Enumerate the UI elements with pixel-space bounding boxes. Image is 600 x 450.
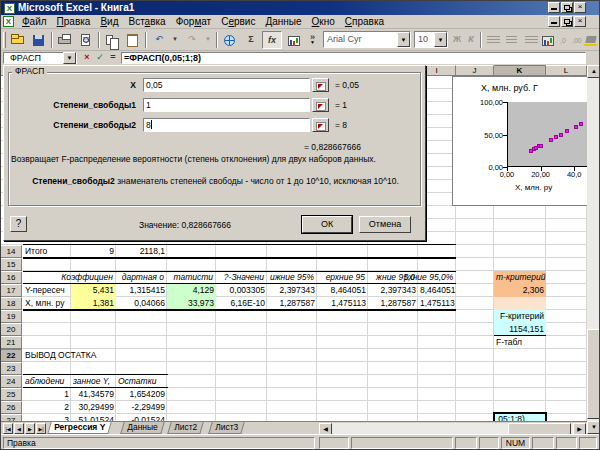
font-size-dropdown-icon[interactable]: ▼: [434, 32, 447, 47]
row-header-25[interactable]: 25: [1, 388, 22, 401]
cell-A27[interactable]: 3: [23, 414, 71, 421]
df1-field-input[interactable]: 1: [143, 98, 310, 112]
italic-icon[interactable]: К: [465, 31, 477, 49]
chart-wizard-icon[interactable]: [284, 31, 304, 49]
undo-icon[interactable]: ↶: [149, 31, 169, 49]
paste-icon[interactable]: [123, 31, 143, 49]
sheet-tab-Регрессия Y[interactable]: Регрессия Y: [47, 422, 112, 434]
menu-Файл[interactable]: Файл: [17, 15, 52, 28]
column-header-L[interactable]: L: [546, 65, 587, 75]
menu-Вставка[interactable]: Вставка: [123, 15, 170, 28]
align-center-icon[interactable]: [502, 31, 522, 49]
decrease-decimal-icon[interactable]: ,00: [570, 31, 582, 49]
cell-E17[interactable]: 0,003305: [216, 284, 267, 297]
row-header-27[interactable]: 27: [1, 414, 22, 421]
cell-A22[interactable]: ВЫВОД ОСТАТКА: [23, 349, 71, 362]
cell-A26[interactable]: 2: [23, 401, 71, 414]
restore-button[interactable]: [561, 2, 573, 13]
align-left-icon[interactable]: [484, 31, 504, 49]
open-icon[interactable]: [8, 31, 28, 49]
cell-D17[interactable]: 4,129: [167, 284, 216, 297]
cell-K16[interactable]: т-критерий: [494, 271, 546, 284]
edit-formula-icon[interactable]: =: [107, 52, 119, 64]
menu-Окно[interactable]: Окно: [307, 15, 340, 28]
cancel-entry-icon[interactable]: ×: [81, 52, 93, 64]
sheet-tab-Лист3[interactable]: Лист3: [208, 422, 245, 434]
increase-decimal-icon[interactable]: ,0: [558, 31, 570, 49]
menu-Вид[interactable]: Вид: [95, 15, 123, 28]
row-header-18[interactable]: 18: [1, 297, 22, 310]
save-icon[interactable]: [29, 31, 49, 49]
df2-range-picker-icon[interactable]: [312, 118, 329, 132]
merge-center-icon[interactable]: [538, 31, 558, 49]
row-header-20[interactable]: 20: [1, 323, 22, 336]
redo-icon[interactable]: ↷: [182, 31, 202, 49]
active-cell-edit[interactable]: ,05;1;8): [493, 412, 547, 421]
paste-function-icon[interactable]: fx: [262, 31, 282, 49]
redo-dropdown-icon[interactable]: ▼: [202, 31, 214, 49]
function-arguments-dialog[interactable]: ФРАСП X 0,05 = 0,05 Степени_свободы1 1 =…: [3, 65, 426, 241]
insert-hyperlink-icon[interactable]: [220, 31, 240, 49]
workbook-close-button[interactable]: ×: [574, 16, 586, 27]
print-preview-icon[interactable]: [76, 31, 96, 49]
ok-button[interactable]: ОК: [302, 216, 352, 233]
cell-K21[interactable]: F-табл: [494, 336, 546, 349]
prev-sheet-icon[interactable]: ◀: [14, 423, 24, 434]
menu-Данные[interactable]: Данные: [260, 15, 306, 28]
df1-range-picker-icon[interactable]: [312, 98, 329, 112]
formula-input[interactable]: =ФРАСП(0,05;1;8): [121, 52, 586, 64]
row-header-24[interactable]: 24: [1, 375, 22, 388]
row-header-14[interactable]: 14: [1, 245, 22, 258]
cell-A25[interactable]: 1: [23, 388, 71, 401]
last-sheet-icon[interactable]: ▶|: [36, 423, 46, 434]
menu-Правка[interactable]: Правка: [52, 15, 96, 28]
vertical-scroll-thumb[interactable]: [587, 329, 600, 419]
cell-K17[interactable]: 2,306: [494, 284, 546, 297]
row-header-17[interactable]: 17: [1, 284, 22, 297]
scroll-down-icon[interactable]: ▼: [587, 421, 600, 434]
cell-C27[interactable]: -0,01524: [116, 414, 167, 421]
name-box-dropdown-icon[interactable]: ▼: [63, 52, 76, 64]
cell-C25[interactable]: 1,654209: [116, 388, 167, 401]
cell-A17[interactable]: Y-пересеч: [23, 284, 71, 297]
scatter-chart[interactable]: Х, млн. руб. Г Y, млн. руб 0,0050,00100,…: [452, 76, 587, 206]
first-sheet-icon[interactable]: |◀: [3, 423, 13, 434]
column-header-K[interactable]: K: [494, 65, 546, 75]
font-name-dropdown-icon[interactable]: ▼: [397, 32, 410, 47]
row-header-23[interactable]: 23: [1, 362, 22, 375]
x-field-input[interactable]: 0,05: [143, 78, 310, 92]
row-header-26[interactable]: 26: [1, 401, 22, 414]
font-size-combo[interactable]: 10▼: [414, 31, 448, 48]
toolbar-grip[interactable]: [3, 32, 6, 48]
menu-Формат[interactable]: Формат: [171, 15, 217, 28]
print-icon[interactable]: [55, 31, 75, 49]
title-bar[interactable]: X Microsoft Excel - Книга1 ×: [1, 1, 599, 15]
next-sheet-icon[interactable]: ▶: [25, 423, 35, 434]
row-header-16[interactable]: 16: [1, 271, 22, 284]
row-header-22[interactable]: 22: [1, 349, 22, 362]
x-range-picker-icon[interactable]: [312, 78, 329, 92]
workbook-restore-button[interactable]: [561, 16, 573, 27]
fill-color-icon[interactable]: [583, 31, 595, 49]
cancel-button[interactable]: Отмена: [359, 216, 411, 233]
menu-Сервис[interactable]: Сервис: [216, 15, 260, 28]
row-header-19[interactable]: 19: [1, 310, 22, 323]
cell-B17[interactable]: 5,431: [71, 284, 116, 297]
cell-F17[interactable]: 2,397343: [267, 284, 317, 297]
cell-I17[interactable]: 8,464051: [418, 284, 456, 297]
cell-B25[interactable]: 41,34579: [71, 388, 116, 401]
copy-icon[interactable]: [102, 31, 122, 49]
row-header-15[interactable]: 15: [1, 258, 22, 271]
df2-field-input[interactable]: 8: [143, 118, 310, 132]
excel-app-icon[interactable]: X: [4, 3, 15, 14]
close-button[interactable]: ×: [574, 2, 586, 13]
cell-K18[interactable]: [494, 297, 546, 310]
sheet-tab-Лист2[interactable]: Лист2: [167, 422, 204, 434]
sheet-tab-Данные[interactable]: Данные: [121, 422, 165, 434]
minimize-button[interactable]: [548, 2, 560, 13]
scroll-up-icon[interactable]: ▲: [587, 65, 600, 78]
row-header-21[interactable]: 21: [1, 336, 22, 349]
cell-C17[interactable]: 1,315415: [116, 284, 167, 297]
cell-B27[interactable]: 51,01524: [71, 414, 116, 421]
cell-K19[interactable]: F-критерий: [494, 310, 546, 323]
